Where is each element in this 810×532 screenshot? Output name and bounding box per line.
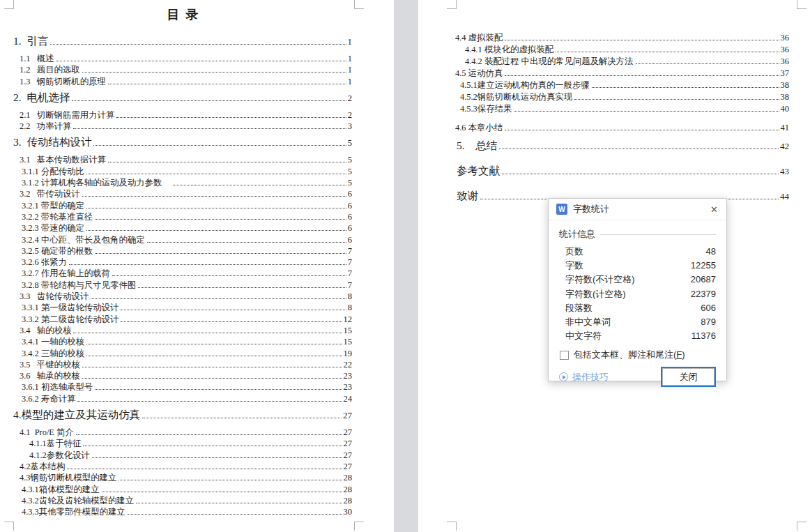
toc-entry-label: 4.3钢筋切断机模型的建立 — [20, 472, 116, 483]
dot-leader — [86, 356, 342, 356]
include-textbox-checkbox[interactable] — [560, 351, 569, 360]
dot-leader — [73, 333, 342, 333]
stats-list: 页数48字数12255字符数(不计空格)20687字符数(计空格)22379段落… — [559, 242, 716, 343]
margin-mark-icon — [4, 522, 14, 531]
toc-page-number: 36 — [781, 56, 790, 68]
toc-entry: 3.2.1 带型的确定6 — [0, 200, 394, 211]
dot-leader — [502, 174, 779, 174]
toc-page-number: 27 — [344, 461, 353, 472]
operation-tips-link[interactable]: 操作技巧 — [559, 371, 609, 383]
toc-page-number: 15 — [344, 325, 353, 336]
margin-mark-icon — [354, 0, 364, 9]
close-button[interactable]: 关闭 — [661, 367, 716, 387]
stat-label: 段落数 — [565, 301, 593, 315]
toc-entry-label: 4.3.1箱体模型的建立 — [22, 484, 100, 495]
stat-row: 页数48 — [565, 245, 716, 259]
toc-entry-label: 4.4 虚拟装配 — [455, 32, 503, 44]
toc-page-number: 42 — [780, 139, 789, 153]
stat-row: 中文字符11376 — [565, 329, 716, 343]
dot-leader — [121, 310, 346, 310]
toc-entry: 4.4.2 装配过程 中出现的常见问题及解决方法36 — [418, 56, 810, 68]
stat-row: 字符数(计空格)22379 — [565, 287, 716, 301]
toc-page-number: 22 — [344, 359, 353, 370]
toc-page-number: 36 — [781, 32, 790, 44]
dot-leader — [142, 418, 342, 418]
toc-page-number: 28 — [344, 472, 353, 483]
stat-value: 879 — [701, 315, 716, 329]
stat-label: 字数 — [565, 259, 583, 273]
toc-page-number: 6 — [348, 200, 352, 211]
toc-entry: 4.6 本章小结41 — [418, 122, 810, 134]
stat-label: 页数 — [565, 245, 583, 259]
toc-entry: 3.5 平键的校核22 — [0, 359, 394, 370]
toc-entry: 4.3.1箱体模型的建立28 — [0, 484, 394, 495]
toc-page-number: 2 — [348, 109, 352, 121]
toc-entry-label: 2. 电机选择 — [13, 91, 70, 105]
toc-entry: 3.2.6 张紧力 7 — [0, 257, 394, 268]
toc-entry: 3.2.7 作用在轴上的载荷7 — [0, 268, 394, 279]
dot-leader — [173, 185, 346, 185]
toc-entry-label: 3. 传动结构设计 — [13, 135, 91, 149]
toc-page-number: 5 — [348, 166, 352, 177]
toc-entry-label: 3.6.2 寿命计算 — [22, 393, 75, 404]
toc-entry: 4.3.2齿轮及齿轮轴模型的建立28 — [0, 495, 394, 506]
dot-leader — [514, 111, 779, 112]
toc-page-number: 5 — [348, 154, 352, 165]
toc-entry-label: 4.4.1 模块化的虚拟装配 — [465, 44, 553, 56]
stat-value: 12255 — [691, 259, 716, 273]
toc-page-number: 6 — [348, 211, 352, 222]
toc-entry: 3.4.2 三轴的校核19 — [0, 348, 394, 359]
toc-entry-label: 1.3 钢筋切断机的原理 — [20, 76, 106, 87]
toc-entry-label: 3.6.1 初选轴承型号 — [22, 381, 93, 393]
stat-label: 中文字符 — [565, 329, 602, 343]
toc-page-number: 40 — [781, 103, 790, 115]
toc-entry-label: 5. 总结 — [457, 139, 497, 153]
dot-leader — [505, 75, 779, 76]
stat-value: 606 — [701, 301, 716, 315]
dot-leader — [83, 446, 342, 446]
toc-entry-label: 4.5.2钢筋切断机运动仿真实现 — [460, 91, 572, 103]
dot-leader — [67, 469, 342, 469]
dot-leader — [76, 434, 342, 435]
stat-row: 段落数606 — [565, 301, 716, 315]
toc-entry: 1. 引言1 — [0, 34, 394, 49]
toc-entry-label: 3.2.4 中心距、带长及包角的确定 — [22, 234, 145, 245]
toc-entry-label: 3.2.1 带型的确定 — [22, 200, 84, 211]
toc-entry: 3.6 轴承的校核23 — [0, 370, 394, 381]
toc-page-number: 43 — [780, 165, 789, 178]
toc-entry: 3.2.3 带速的确定6 — [0, 222, 394, 234]
toc-page-number: 5 — [348, 177, 352, 188]
toc-page-number: 5 — [348, 136, 353, 150]
toc-entry: 3.4.1 一轴的校核15 — [0, 336, 394, 347]
toc-entry: 2.2 功率计算3 — [0, 121, 394, 132]
toc-entry-label: 4.模型的建立及其运动仿真 — [13, 408, 140, 422]
dot-leader — [93, 145, 346, 146]
toc-entry: 3.2 带传动设计6 — [0, 188, 394, 199]
dot-leader — [136, 503, 342, 503]
toc-entry: 3.6.1 初选轴承型号23 — [0, 381, 394, 393]
stat-row: 字符数(不计空格)20687 — [565, 273, 716, 287]
toc-entry-label: 致谢 — [457, 189, 478, 203]
dot-leader — [86, 230, 346, 231]
dot-leader — [116, 117, 346, 118]
toc-page-number: 1 — [348, 64, 352, 75]
toc-entry-label: 2.2 功率计算 — [20, 121, 71, 132]
toc-entry: 3.2.8 带轮结构与尺寸见零件图7 — [0, 280, 394, 291]
toc-entry: 4.3.3其他零部件模型的建立30 — [0, 506, 394, 517]
toc-entry-label: 2.1 切断钢筋需用力计算 — [20, 109, 114, 121]
toc-page-number: 1 — [348, 76, 352, 87]
toc-entry-label: 4.2基本结构 — [20, 461, 65, 472]
toc-page-number: 23 — [344, 381, 353, 393]
toc-page-number: 1 — [348, 53, 352, 64]
toc-entry: 3.2.2 带轮基准直径6 — [0, 211, 394, 222]
dot-leader — [95, 253, 346, 254]
dialog-titlebar[interactable]: W 字数统计 ✕ — [549, 199, 726, 220]
dialog-title: 字数统计 — [573, 203, 609, 215]
dot-leader — [86, 344, 342, 344]
toc-entry-label: 3.2 带传动设计 — [20, 188, 80, 199]
toc-entry-label: 3.2.5 确定带的根数 — [22, 245, 93, 257]
toc-entry: 2.1 切断钢筋需用力计算2 — [0, 109, 394, 121]
toc-page-number: 24 — [344, 393, 353, 404]
close-icon[interactable]: ✕ — [710, 205, 718, 214]
margin-mark-icon — [447, 522, 457, 531]
